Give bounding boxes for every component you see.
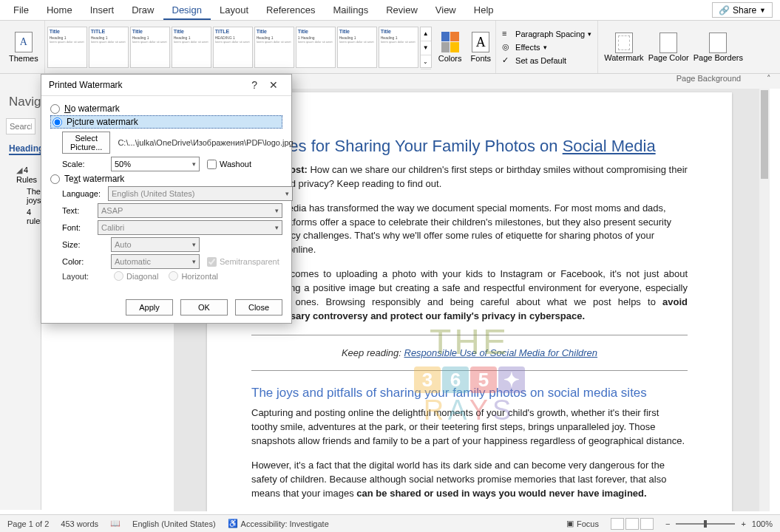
zoom-percentage[interactable]: 100%: [752, 519, 773, 528]
gallery-item[interactable]: TitleHeading 1lorem ipsum dolor sit amet: [47, 27, 87, 68]
color-row: Color: Automatic▾ Semitransparent: [62, 254, 282, 269]
apply-button[interactable]: Apply: [126, 299, 173, 316]
dialog-help-button[interactable]: ?: [245, 79, 263, 91]
language-combo[interactable]: English (United States)▾: [108, 186, 293, 201]
semitransparent-checkbox: [207, 257, 217, 267]
menu-mailings[interactable]: Mailings: [325, 0, 378, 20]
fonts-button[interactable]: A Fonts: [467, 21, 496, 73]
scrollbar-thumb[interactable]: [761, 90, 768, 179]
print-layout-button[interactable]: [625, 518, 639, 530]
collapse-ribbon-button[interactable]: ˄: [767, 74, 771, 89]
page-color-button[interactable]: Page Color: [648, 33, 689, 62]
chevron-down-icon: ▾: [192, 160, 196, 168]
set-default-button[interactable]: ✓Set as Default: [502, 55, 591, 66]
colors-label: Colors: [438, 54, 462, 63]
gallery-item[interactable]: TitleHeading 1lorem ipsum dolor sit amet: [172, 27, 211, 68]
nav-node[interactable]: The joys: [6, 185, 35, 206]
scroll-down-icon[interactable]: ▼: [421, 41, 431, 55]
watermark-label: Watermark: [604, 53, 643, 62]
scale-combo[interactable]: 50%▾: [111, 157, 200, 171]
themes-button[interactable]: A Themes: [3, 21, 45, 73]
picture-path: C:\...\julka\OneDrive\Изображения\PDF\lo…: [118, 138, 293, 147]
horizontal-option: Horizontal: [169, 271, 218, 281]
menu-file[interactable]: File: [4, 0, 38, 20]
color-combo[interactable]: Automatic▾: [111, 254, 200, 269]
page-borders-button[interactable]: Page Borders: [693, 33, 743, 62]
accessibility-indicator[interactable]: ♿ Accessibility: Investigate: [228, 519, 329, 528]
search-input[interactable]: [6, 118, 35, 134]
menu-layout[interactable]: Layout: [211, 0, 257, 20]
zoom-slider-thumb[interactable]: [704, 520, 707, 528]
washout-checkbox[interactable]: [207, 160, 217, 169]
collapse-icon[interactable]: ◢: [16, 166, 24, 175]
close-button[interactable]: Close: [235, 299, 282, 316]
keep-reading-link[interactable]: Responsible Use of Social Media for Chil…: [404, 347, 598, 358]
nav-node[interactable]: ◢4 Rules: [6, 164, 35, 185]
gallery-item[interactable]: TITLEHEADING 1lorem ipsum dolor sit amet: [213, 27, 253, 68]
web-layout-button[interactable]: [640, 518, 654, 530]
scroll-up-icon[interactable]: ▲: [421, 27, 431, 41]
menu-insert[interactable]: Insert: [81, 0, 123, 20]
watermark-button[interactable]: Watermark: [604, 33, 643, 62]
dialog-titlebar[interactable]: Printed Watermark ? ✕: [41, 75, 291, 96]
tab-headings[interactable]: Headings: [9, 143, 41, 155]
washout-checkbox-group[interactable]: Washout: [207, 160, 251, 169]
select-picture-button[interactable]: Select Picture...: [62, 132, 110, 154]
dialog-close-button[interactable]: ✕: [263, 79, 284, 91]
view-buttons: [611, 518, 654, 530]
language-indicator[interactable]: English (United States): [132, 519, 216, 528]
focus-mode-button[interactable]: ▣ Focus: [566, 519, 599, 528]
zoom-slider[interactable]: [676, 523, 735, 525]
gallery-expand-icon[interactable]: ⌄: [421, 55, 431, 69]
dialog-body: NNo watermarko watermark Picture waterma…: [41, 96, 291, 292]
gallery-item[interactable]: TitleHeading 1lorem ipsum dolor sit amet: [337, 27, 377, 68]
social-media-link[interactable]: Social Media: [563, 137, 656, 155]
divider: [251, 335, 688, 335]
gallery-item[interactable]: TITLEHeading 1lorem ipsum dolor sit amet: [89, 27, 129, 68]
zoom-in-button[interactable]: +: [741, 519, 745, 528]
ok-button[interactable]: OK: [180, 299, 228, 316]
spell-check-icon[interactable]: 📖: [110, 519, 121, 528]
vertical-scrollbar[interactable]: [759, 89, 770, 511]
layout-label: Layout:: [62, 272, 104, 281]
no-watermark-radio[interactable]: [50, 104, 60, 114]
picture-watermark-option[interactable]: Picture watermark: [50, 115, 282, 129]
scale-label: Scale:: [62, 160, 104, 168]
menu-references[interactable]: References: [257, 0, 324, 20]
effects-button[interactable]: ◎Effects ▾: [502, 42, 591, 52]
menu-help[interactable]: Help: [465, 0, 503, 20]
size-combo[interactable]: Auto▾: [111, 237, 200, 252]
read-mode-button[interactable]: [611, 518, 624, 530]
page-indicator[interactable]: Page 1 of 2: [7, 519, 49, 528]
zoom-out-button[interactable]: −: [665, 519, 670, 528]
language-row: Language: English (United States)▾: [62, 186, 282, 201]
menu-home[interactable]: Home: [38, 0, 81, 20]
gallery-item[interactable]: TitleHeading 1lorem ipsum dolor sit amet: [254, 27, 294, 68]
picture-watermark-radio[interactable]: [52, 117, 62, 127]
menu-review[interactable]: Review: [377, 0, 427, 20]
menu-draw[interactable]: Draw: [123, 0, 163, 20]
colors-button[interactable]: Colors: [434, 21, 467, 73]
text-watermark-radio[interactable]: [50, 174, 60, 184]
gallery-item[interactable]: Title1 Headinglorem ipsum dolor sit amet: [296, 27, 336, 68]
gallery-item[interactable]: TitleHeading 1lorem ipsum dolor sit amet: [130, 27, 170, 68]
dialog-title-label: Printed Watermark: [49, 80, 123, 90]
chevron-down-icon: ▾: [275, 207, 279, 214]
gallery-scroll[interactable]: ▲▼⌄: [420, 27, 432, 68]
menu-design[interactable]: Design: [163, 0, 211, 20]
menu-bar: File Home Insert Draw Design Layout Refe…: [0, 0, 780, 21]
page-background-label: Page Background: [466, 74, 767, 89]
text-combo[interactable]: ASAP▾: [98, 203, 282, 218]
nav-node[interactable]: 4 rules: [6, 206, 35, 227]
scale-row: Scale: 50%▾ Washout: [62, 157, 282, 171]
paragraph-options-group: ≡Paragraph Spacing ▾ ◎Effects ▾ ✓Set as …: [495, 21, 597, 73]
themes-label: Themes: [9, 54, 38, 63]
gallery-item[interactable]: TitleHeading 1lorem ipsum dolor sit amet: [379, 27, 418, 68]
menu-view[interactable]: View: [427, 0, 465, 20]
font-combo[interactable]: Calibri▾: [98, 220, 282, 235]
no-watermark-option[interactable]: NNo watermarko watermark: [50, 103, 282, 114]
word-count[interactable]: 453 words: [61, 519, 98, 528]
text-watermark-option[interactable]: Text watermark: [50, 174, 282, 184]
share-button[interactable]: 🔗 Share ▼: [712, 2, 773, 18]
paragraph-spacing-button[interactable]: ≡Paragraph Spacing ▾: [502, 29, 591, 39]
